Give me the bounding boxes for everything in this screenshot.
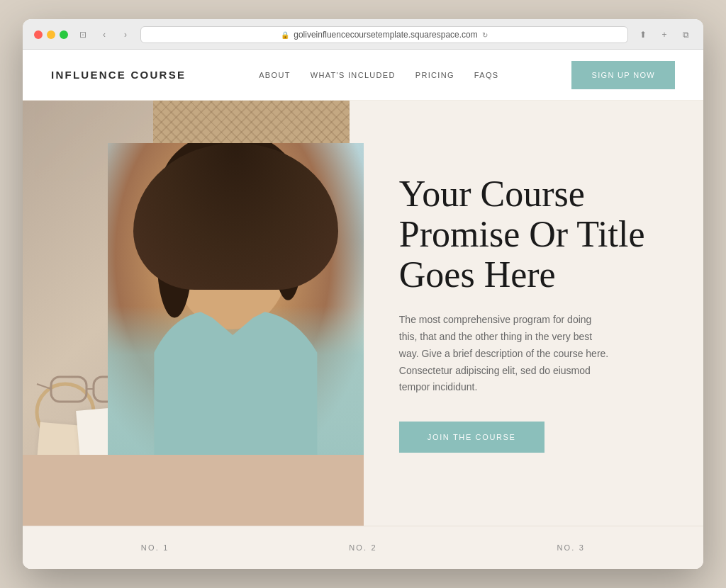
nav-pricing[interactable]: PRICING — [415, 71, 454, 79]
browser-actions: ⬆ + ⧉ — [637, 28, 692, 41]
hero-content: Your Course Promise Or Title Goes Here T… — [350, 101, 703, 526]
navbar: INFLUENCE COURSE ABOUT WHAT'S INCLUDED P… — [23, 50, 703, 101]
svg-point-19 — [210, 247, 219, 256]
forward-button[interactable]: › — [119, 28, 132, 41]
hero-images — [23, 101, 350, 526]
website: INFLUENCE COURSE ABOUT WHAT'S INCLUDED P… — [23, 50, 703, 569]
hero-section: Your Course Promise Or Title Goes Here T… — [23, 101, 703, 526]
bottom-accent — [23, 455, 364, 526]
join-course-button[interactable]: JOIN THE COURSE — [399, 422, 544, 453]
url-text: goliveinfluencecoursetemplate.squarespac… — [294, 30, 477, 40]
svg-point-15 — [274, 196, 303, 300]
hero-text-block: Your Course Promise Or Title Goes Here T… — [399, 174, 661, 453]
svg-line-7 — [37, 384, 51, 389]
hero-description: The most comprehensive program for doing… — [399, 312, 612, 396]
close-button[interactable] — [34, 30, 43, 39]
nav-about[interactable]: ABOUT — [259, 71, 291, 79]
window-icon[interactable]: ⊡ — [77, 28, 89, 41]
browser-window: ⊡ ‹ › 🔒 goliveinfluencecoursetemplate.sq… — [23, 19, 703, 569]
svg-point-11 — [160, 143, 300, 248]
back-button[interactable]: ‹ — [98, 28, 111, 41]
lock-icon: 🔒 — [281, 31, 289, 39]
footer-numbers: NO. 1 NO. 2 NO. 3 — [23, 526, 703, 569]
refresh-icon[interactable]: ↻ — [482, 31, 488, 39]
address-bar[interactable]: 🔒 goliveinfluencecoursetemplate.squaresp… — [140, 26, 628, 43]
svg-point-16 — [170, 161, 292, 242]
site-logo[interactable]: INFLUENCE COURSE — [51, 69, 186, 81]
signup-button[interactable]: SIGN UP NOW — [571, 61, 675, 89]
tab-icon[interactable]: ⧉ — [679, 28, 692, 41]
svg-point-17 — [204, 245, 220, 256]
traffic-lights — [34, 30, 68, 39]
footer-no-1: NO. 1 — [141, 543, 169, 552]
footer-no-2: NO. 2 — [349, 543, 377, 552]
minimize-button[interactable] — [47, 30, 55, 39]
share-icon[interactable]: ⬆ — [637, 28, 649, 41]
svg-point-13 — [173, 190, 289, 329]
new-tab-icon[interactable]: + — [658, 28, 671, 41]
nav-whats-included[interactable]: WHAT'S INCLUDED — [311, 71, 396, 79]
hero-title: Your Course Promise Or Title Goes Here — [399, 174, 661, 295]
portrait-image — [108, 143, 364, 469]
svg-point-14 — [157, 201, 192, 317]
maximize-button[interactable] — [60, 30, 68, 39]
svg-point-20 — [247, 247, 257, 256]
browser-chrome: ⊡ ‹ › 🔒 goliveinfluencecoursetemplate.sq… — [23, 19, 703, 50]
footer-no-3: NO. 3 — [557, 543, 585, 552]
nav-faqs[interactable]: FAQS — [474, 71, 499, 79]
nav-links: ABOUT WHAT'S INCLUDED PRICING FAQS — [259, 71, 498, 79]
svg-point-21 — [251, 233, 278, 257]
svg-point-18 — [242, 245, 258, 256]
